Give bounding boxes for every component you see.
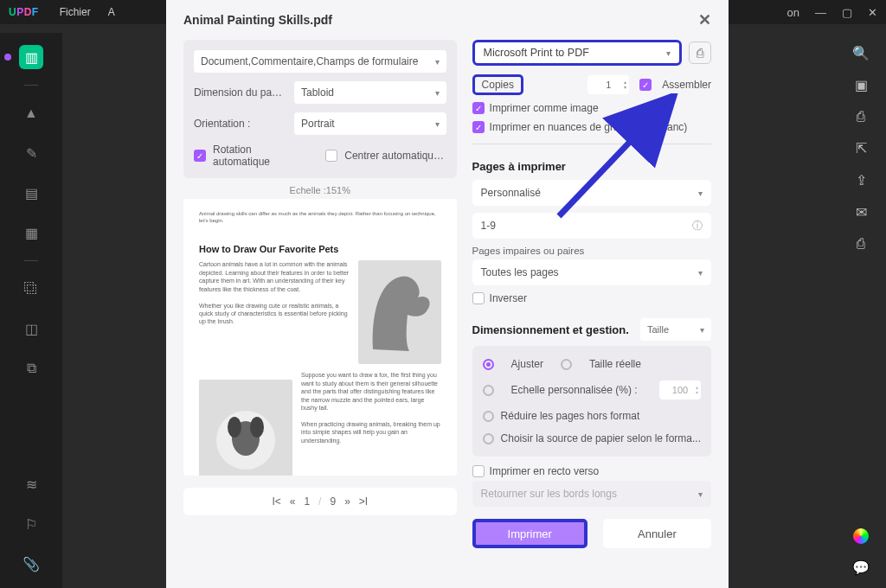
svg-point-3 bbox=[250, 417, 264, 438]
print-as-image-label: Imprimer comme image bbox=[490, 102, 599, 114]
menu-frag: on bbox=[787, 6, 799, 19]
rail-attach-icon[interactable]: 📎 bbox=[19, 552, 43, 576]
window-close-icon[interactable]: ✕ bbox=[868, 6, 877, 19]
auto-center-label: Centrer automatiquem... bbox=[344, 150, 446, 162]
rail-highlight-icon[interactable]: ▲ bbox=[19, 101, 43, 125]
auto-rotate-checkbox[interactable]: ✓ bbox=[194, 150, 206, 162]
rail-page-icon[interactable]: ▦ bbox=[19, 220, 43, 245]
collate-label: Assembler bbox=[662, 79, 711, 91]
print-as-image-checkbox[interactable]: ✓ bbox=[472, 102, 485, 114]
rail-text-icon[interactable]: ✎ bbox=[19, 141, 43, 165]
rail-bookmark-icon[interactable]: ⚐ bbox=[19, 512, 43, 536]
right-convert-icon[interactable]: ⎙ bbox=[857, 109, 865, 125]
print-dialog: Animal Painting Skills.pdf ✕ Document,Co… bbox=[166, 0, 729, 588]
right-search-icon[interactable]: 🔍 bbox=[852, 45, 870, 61]
auto-rotate-label: Rotation automatique bbox=[213, 144, 302, 168]
pages-section-title: Pages à imprimer bbox=[472, 160, 711, 173]
duplex-label: Imprimer en recto verso bbox=[490, 465, 600, 477]
reverse-checkbox[interactable] bbox=[472, 292, 485, 304]
dialog-title: Animal Painting Skills.pdf bbox=[183, 13, 332, 27]
rail-crop-icon[interactable]: ◫ bbox=[19, 316, 43, 341]
pager-current[interactable]: 1 bbox=[304, 495, 310, 508]
printer-properties-button[interactable]: ⎙ bbox=[689, 42, 711, 64]
duplex-mode-select: Retourner sur les bords longs▾ bbox=[472, 481, 711, 507]
page-preview: Animal drawing skills can differ as much… bbox=[183, 199, 457, 476]
preview-image-2 bbox=[199, 380, 292, 476]
actual-radio[interactable] bbox=[561, 359, 572, 370]
right-share-icon[interactable]: ⇪ bbox=[856, 172, 867, 189]
content-type-select[interactable]: Document,Commentaire,Champs de formulair… bbox=[194, 50, 446, 73]
custom-scale-label: Echelle personnalisée (%) : bbox=[511, 384, 638, 396]
rail-batch-icon[interactable]: ⧉ bbox=[19, 356, 43, 380]
print-button[interactable]: Imprimer bbox=[472, 519, 587, 548]
dialog-close-button[interactable]: ✕ bbox=[698, 10, 711, 29]
right-mail-icon[interactable]: ✉ bbox=[856, 204, 867, 220]
rail-form-icon[interactable]: ▤ bbox=[19, 181, 43, 205]
paper-size-label: Dimension du papi... bbox=[194, 86, 287, 99]
menu-file[interactable]: Fichier bbox=[60, 6, 91, 18]
paper-size-select[interactable]: Tabloid▾ bbox=[294, 81, 446, 104]
reverse-label: Inverser bbox=[490, 292, 527, 304]
oddeven-select[interactable]: Toutes les pages▾ bbox=[472, 259, 711, 285]
right-ocr-icon[interactable]: ▣ bbox=[855, 77, 868, 93]
paper-source-radio[interactable] bbox=[483, 433, 494, 444]
fit-label: Ajuster bbox=[511, 358, 543, 370]
page-navigator: I< « 1 / 9 » >I bbox=[183, 488, 457, 515]
page-range-input[interactable]: 1-9 ⓘ bbox=[472, 213, 711, 239]
orientation-select[interactable]: Portrait▾ bbox=[294, 112, 446, 135]
pager-next-button[interactable]: » bbox=[344, 495, 350, 508]
window-maximize-icon[interactable]: ▢ bbox=[842, 6, 852, 19]
right-ai-icon[interactable] bbox=[853, 528, 869, 544]
info-icon[interactable]: ⓘ bbox=[692, 219, 703, 233]
app-logo: UPDF bbox=[9, 6, 39, 18]
preview-image-1 bbox=[358, 260, 441, 364]
custom-scale-radio[interactable] bbox=[483, 385, 494, 396]
rail-thumbnails-icon[interactable]: ▥ bbox=[19, 45, 43, 69]
scale-readout: Echelle :151% bbox=[183, 185, 457, 195]
pager-last-button[interactable]: >I bbox=[359, 495, 368, 508]
pager-prev-button[interactable]: « bbox=[290, 495, 296, 508]
right-chat-icon[interactable]: 💬 bbox=[852, 559, 870, 576]
rail-compare-icon[interactable]: ⿻ bbox=[19, 277, 43, 301]
duplex-checkbox[interactable] bbox=[472, 465, 485, 477]
window-minimize-icon[interactable]: — bbox=[815, 6, 826, 19]
grayscale-label: Imprimer en nuances de gris (noir et bla… bbox=[490, 121, 688, 133]
menu-other[interactable]: A bbox=[108, 6, 115, 18]
fit-radio[interactable] bbox=[483, 359, 494, 370]
right-print-icon[interactable]: ⎙ bbox=[857, 236, 865, 252]
rail-layers-icon[interactable]: ≋ bbox=[19, 472, 43, 496]
cancel-button[interactable]: Annuler bbox=[603, 519, 711, 548]
copies-label: Copies bbox=[472, 74, 523, 95]
right-export-icon[interactable]: ⇱ bbox=[856, 140, 867, 157]
printer-select[interactable]: Microsoft Print to PDF▾ bbox=[472, 40, 682, 66]
oddeven-label: Pages impaires ou paires bbox=[472, 246, 711, 256]
pager-total: 9 bbox=[330, 495, 336, 508]
page-range-mode-select[interactable]: Personnalisé▾ bbox=[472, 180, 711, 206]
shrink-radio[interactable] bbox=[483, 411, 494, 422]
pager-first-button[interactable]: I< bbox=[272, 495, 280, 508]
auto-center-checkbox[interactable] bbox=[325, 150, 337, 162]
shrink-label: Réduire les pages hors format bbox=[501, 410, 640, 422]
grayscale-checkbox[interactable]: ✓ bbox=[472, 121, 485, 133]
size-mode-select[interactable]: Taille▾ bbox=[640, 318, 711, 341]
svg-point-2 bbox=[228, 417, 241, 438]
copies-input[interactable]: 1 bbox=[587, 75, 629, 94]
custom-scale-input[interactable]: 100 bbox=[659, 380, 701, 399]
collate-checkbox[interactable]: ✓ bbox=[639, 79, 652, 91]
paper-source-label: Choisir la source de papier selon le for… bbox=[501, 432, 701, 444]
orientation-label: Orientation : bbox=[194, 118, 287, 130]
sizing-section-title: Dimensionnement et gestion. bbox=[472, 323, 629, 336]
actual-label: Taille réelle bbox=[589, 358, 641, 370]
